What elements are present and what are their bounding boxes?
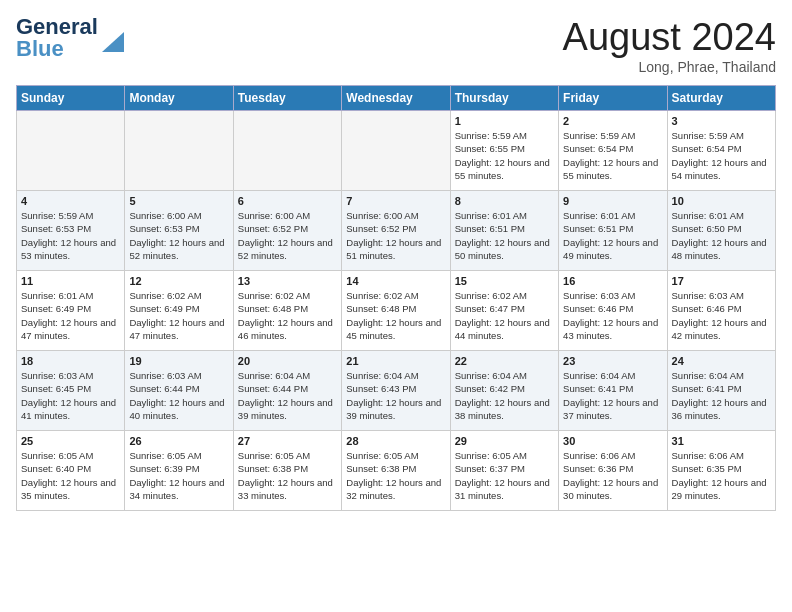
day-sun-info: Sunrise: 5:59 AMSunset: 6:53 PMDaylight:… xyxy=(21,209,120,262)
calendar-cell xyxy=(17,111,125,191)
calendar-cell: 30Sunrise: 6:06 AMSunset: 6:36 PMDayligh… xyxy=(559,431,667,511)
day-of-week-header: Wednesday xyxy=(342,86,450,111)
calendar-cell: 6Sunrise: 6:00 AMSunset: 6:52 PMDaylight… xyxy=(233,191,341,271)
calendar-cell: 20Sunrise: 6:04 AMSunset: 6:44 PMDayligh… xyxy=(233,351,341,431)
calendar-cell xyxy=(125,111,233,191)
calendar-cell: 11Sunrise: 6:01 AMSunset: 6:49 PMDayligh… xyxy=(17,271,125,351)
calendar-header-row: SundayMondayTuesdayWednesdayThursdayFrid… xyxy=(17,86,776,111)
calendar-cell: 12Sunrise: 6:02 AMSunset: 6:49 PMDayligh… xyxy=(125,271,233,351)
calendar-cell: 22Sunrise: 6:04 AMSunset: 6:42 PMDayligh… xyxy=(450,351,558,431)
day-number: 29 xyxy=(455,435,554,447)
calendar-cell: 21Sunrise: 6:04 AMSunset: 6:43 PMDayligh… xyxy=(342,351,450,431)
day-number: 21 xyxy=(346,355,445,367)
calendar-cell: 19Sunrise: 6:03 AMSunset: 6:44 PMDayligh… xyxy=(125,351,233,431)
day-sun-info: Sunrise: 6:01 AMSunset: 6:49 PMDaylight:… xyxy=(21,289,120,342)
calendar-cell: 17Sunrise: 6:03 AMSunset: 6:46 PMDayligh… xyxy=(667,271,775,351)
day-sun-info: Sunrise: 6:06 AMSunset: 6:35 PMDaylight:… xyxy=(672,449,771,502)
day-number: 26 xyxy=(129,435,228,447)
day-number: 22 xyxy=(455,355,554,367)
day-number: 20 xyxy=(238,355,337,367)
day-sun-info: Sunrise: 6:04 AMSunset: 6:44 PMDaylight:… xyxy=(238,369,337,422)
calendar-cell: 1Sunrise: 5:59 AMSunset: 6:55 PMDaylight… xyxy=(450,111,558,191)
logo-general: General xyxy=(16,16,98,38)
calendar-cell: 27Sunrise: 6:05 AMSunset: 6:38 PMDayligh… xyxy=(233,431,341,511)
calendar-week-row: 4Sunrise: 5:59 AMSunset: 6:53 PMDaylight… xyxy=(17,191,776,271)
day-sun-info: Sunrise: 6:03 AMSunset: 6:46 PMDaylight:… xyxy=(672,289,771,342)
day-sun-info: Sunrise: 6:03 AMSunset: 6:46 PMDaylight:… xyxy=(563,289,662,342)
day-number: 9 xyxy=(563,195,662,207)
day-sun-info: Sunrise: 5:59 AMSunset: 6:54 PMDaylight:… xyxy=(563,129,662,182)
calendar-cell: 18Sunrise: 6:03 AMSunset: 6:45 PMDayligh… xyxy=(17,351,125,431)
day-sun-info: Sunrise: 6:05 AMSunset: 6:39 PMDaylight:… xyxy=(129,449,228,502)
calendar-cell: 23Sunrise: 6:04 AMSunset: 6:41 PMDayligh… xyxy=(559,351,667,431)
calendar-cell xyxy=(233,111,341,191)
day-sun-info: Sunrise: 6:00 AMSunset: 6:52 PMDaylight:… xyxy=(238,209,337,262)
day-sun-info: Sunrise: 6:04 AMSunset: 6:43 PMDaylight:… xyxy=(346,369,445,422)
calendar-cell: 25Sunrise: 6:05 AMSunset: 6:40 PMDayligh… xyxy=(17,431,125,511)
title-block: August 2024 Long, Phrae, Thailand xyxy=(563,16,776,75)
day-of-week-header: Tuesday xyxy=(233,86,341,111)
calendar-cell: 7Sunrise: 6:00 AMSunset: 6:52 PMDaylight… xyxy=(342,191,450,271)
calendar-cell: 28Sunrise: 6:05 AMSunset: 6:38 PMDayligh… xyxy=(342,431,450,511)
day-number: 10 xyxy=(672,195,771,207)
day-number: 3 xyxy=(672,115,771,127)
day-sun-info: Sunrise: 6:01 AMSunset: 6:51 PMDaylight:… xyxy=(563,209,662,262)
logo-icon xyxy=(102,32,124,52)
calendar-cell xyxy=(342,111,450,191)
calendar-cell: 2Sunrise: 5:59 AMSunset: 6:54 PMDaylight… xyxy=(559,111,667,191)
day-number: 8 xyxy=(455,195,554,207)
day-sun-info: Sunrise: 6:04 AMSunset: 6:42 PMDaylight:… xyxy=(455,369,554,422)
day-sun-info: Sunrise: 6:02 AMSunset: 6:48 PMDaylight:… xyxy=(346,289,445,342)
day-number: 17 xyxy=(672,275,771,287)
day-sun-info: Sunrise: 6:05 AMSunset: 6:38 PMDaylight:… xyxy=(238,449,337,502)
day-number: 4 xyxy=(21,195,120,207)
calendar-week-row: 11Sunrise: 6:01 AMSunset: 6:49 PMDayligh… xyxy=(17,271,776,351)
calendar-cell: 16Sunrise: 6:03 AMSunset: 6:46 PMDayligh… xyxy=(559,271,667,351)
day-number: 6 xyxy=(238,195,337,207)
day-number: 30 xyxy=(563,435,662,447)
calendar-cell: 29Sunrise: 6:05 AMSunset: 6:37 PMDayligh… xyxy=(450,431,558,511)
calendar-cell: 31Sunrise: 6:06 AMSunset: 6:35 PMDayligh… xyxy=(667,431,775,511)
day-number: 18 xyxy=(21,355,120,367)
day-number: 15 xyxy=(455,275,554,287)
day-sun-info: Sunrise: 5:59 AMSunset: 6:54 PMDaylight:… xyxy=(672,129,771,182)
day-sun-info: Sunrise: 6:05 AMSunset: 6:37 PMDaylight:… xyxy=(455,449,554,502)
day-sun-info: Sunrise: 6:03 AMSunset: 6:45 PMDaylight:… xyxy=(21,369,120,422)
day-of-week-header: Saturday xyxy=(667,86,775,111)
calendar-cell: 26Sunrise: 6:05 AMSunset: 6:39 PMDayligh… xyxy=(125,431,233,511)
calendar-table: SundayMondayTuesdayWednesdayThursdayFrid… xyxy=(16,85,776,511)
day-sun-info: Sunrise: 6:03 AMSunset: 6:44 PMDaylight:… xyxy=(129,369,228,422)
location-title: Long, Phrae, Thailand xyxy=(563,59,776,75)
day-number: 14 xyxy=(346,275,445,287)
day-number: 24 xyxy=(672,355,771,367)
calendar-cell: 24Sunrise: 6:04 AMSunset: 6:41 PMDayligh… xyxy=(667,351,775,431)
day-sun-info: Sunrise: 6:05 AMSunset: 6:38 PMDaylight:… xyxy=(346,449,445,502)
day-of-week-header: Friday xyxy=(559,86,667,111)
day-sun-info: Sunrise: 6:06 AMSunset: 6:36 PMDaylight:… xyxy=(563,449,662,502)
calendar-cell: 8Sunrise: 6:01 AMSunset: 6:51 PMDaylight… xyxy=(450,191,558,271)
day-sun-info: Sunrise: 6:01 AMSunset: 6:50 PMDaylight:… xyxy=(672,209,771,262)
page-header: General Blue August 2024 Long, Phrae, Th… xyxy=(16,16,776,75)
day-sun-info: Sunrise: 6:02 AMSunset: 6:49 PMDaylight:… xyxy=(129,289,228,342)
svg-marker-0 xyxy=(102,32,124,52)
day-number: 12 xyxy=(129,275,228,287)
calendar-cell: 14Sunrise: 6:02 AMSunset: 6:48 PMDayligh… xyxy=(342,271,450,351)
day-number: 28 xyxy=(346,435,445,447)
month-year-title: August 2024 xyxy=(563,16,776,59)
calendar-cell: 10Sunrise: 6:01 AMSunset: 6:50 PMDayligh… xyxy=(667,191,775,271)
day-sun-info: Sunrise: 6:01 AMSunset: 6:51 PMDaylight:… xyxy=(455,209,554,262)
day-number: 25 xyxy=(21,435,120,447)
calendar-cell: 13Sunrise: 6:02 AMSunset: 6:48 PMDayligh… xyxy=(233,271,341,351)
day-number: 16 xyxy=(563,275,662,287)
calendar-week-row: 18Sunrise: 6:03 AMSunset: 6:45 PMDayligh… xyxy=(17,351,776,431)
day-number: 2 xyxy=(563,115,662,127)
calendar-cell: 5Sunrise: 6:00 AMSunset: 6:53 PMDaylight… xyxy=(125,191,233,271)
day-number: 7 xyxy=(346,195,445,207)
logo-blue: Blue xyxy=(16,38,64,60)
day-number: 13 xyxy=(238,275,337,287)
calendar-week-row: 1Sunrise: 5:59 AMSunset: 6:55 PMDaylight… xyxy=(17,111,776,191)
day-number: 5 xyxy=(129,195,228,207)
day-of-week-header: Thursday xyxy=(450,86,558,111)
day-number: 23 xyxy=(563,355,662,367)
day-sun-info: Sunrise: 6:00 AMSunset: 6:52 PMDaylight:… xyxy=(346,209,445,262)
